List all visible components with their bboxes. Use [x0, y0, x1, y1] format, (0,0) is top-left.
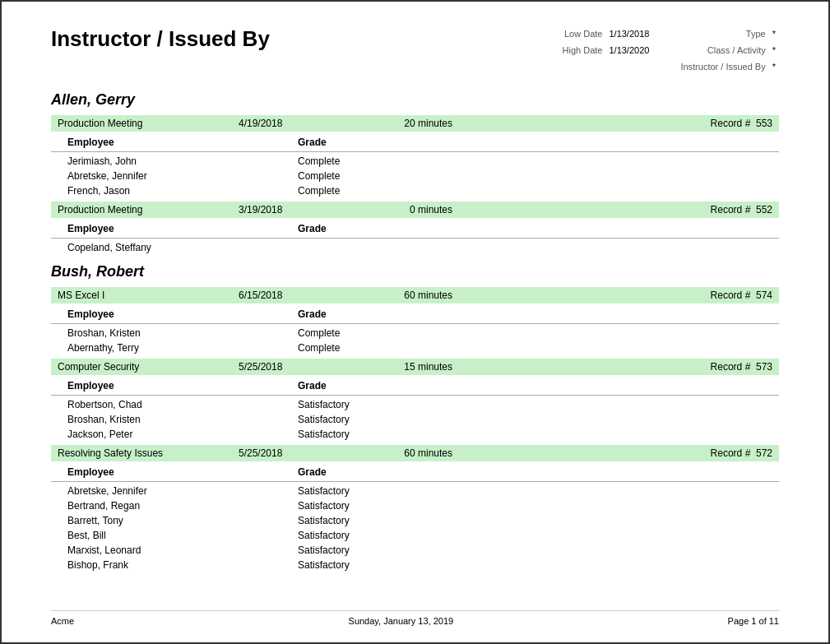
session-record: Record # 552	[711, 204, 772, 215]
instructor-name-0: Allen, Gerry	[51, 91, 779, 109]
employee-name: Abernathy, Terry	[67, 342, 298, 354]
report-footer: Acme Sunday, January 13, 2019 Page 1 of …	[51, 610, 779, 626]
employee-row-0-1-0: Copeland, Steffany	[51, 240, 779, 255]
report-page: Instructor / Issued By Low Date 1/13/201…	[0, 0, 830, 644]
session-row-1-0: MS Excel I 6/15/2018 60 minutes Record #…	[51, 287, 779, 303]
instructor-name-1: Bush, Robert	[51, 263, 779, 280]
employee-name: Jerimiash, John	[67, 155, 298, 167]
employee-name: Bertrand, Regan	[67, 500, 298, 512]
employee-row-1-2-0: Abretske, Jennifer Satisfactory	[51, 484, 779, 498]
employee-grade: Satisfactory	[298, 515, 462, 526]
footer-page: Page 1 of 11	[728, 616, 779, 626]
employee-row-1-2-5: Bishop, Frank Satisfactory	[51, 558, 779, 572]
employee-name: Copeland, Steffany	[67, 242, 298, 253]
employee-row-1-2-4: Marxist, Leonard Satisfactory	[51, 543, 779, 558]
session-date: 5/25/2018	[239, 447, 304, 459]
high-date-value: 1/13/2020	[605, 43, 652, 59]
employee-grade: Satisfactory	[298, 500, 462, 512]
employee-grade: Satisfactory	[298, 485, 462, 497]
employee-row-1-2-1: Bertrand, Regan Satisfactory	[51, 498, 779, 513]
footer-company: Acme	[51, 616, 74, 626]
session-date: 3/19/2018	[239, 204, 304, 215]
employee-grade: Satisfactory	[298, 544, 462, 556]
employee-grade: Complete	[298, 155, 462, 167]
session-duration: 60 minutes	[304, 290, 452, 301]
session-duration: 0 minutes	[304, 204, 452, 215]
high-date-label: High Date	[559, 43, 606, 59]
low-date-label: Low Date	[559, 26, 606, 43]
session-row-1-2: Resolving Safety Issues 5/25/2018 60 min…	[51, 445, 779, 461]
report-title: Instructor / Issued By	[51, 26, 270, 52]
employee-name: Bishop, Frank	[67, 559, 298, 571]
employee-name: Robertson, Chad	[67, 399, 298, 410]
employee-col-header: Employee	[67, 308, 298, 320]
instructor-value: *	[769, 59, 779, 76]
employee-row-0-0-1: Abretske, Jennifer Complete	[51, 169, 779, 183]
session-record: Record # 553	[711, 118, 772, 129]
employee-name: French, Jason	[67, 185, 298, 197]
session-block-1-2: Resolving Safety Issues 5/25/2018 60 min…	[51, 445, 779, 572]
grade-col-header: Grade	[298, 308, 462, 320]
session-date: 5/25/2018	[239, 361, 304, 373]
employee-name: Abretske, Jennifer	[67, 170, 298, 182]
class-label: Class / Activity	[677, 43, 768, 59]
employee-name: Best, Bill	[67, 530, 298, 541]
employee-row-0-0-2: French, Jason Complete	[51, 183, 779, 198]
session-row-0-1: Production Meeting 3/19/2018 0 minutes R…	[51, 202, 779, 218]
session-duration: 60 minutes	[304, 447, 452, 459]
employee-row-1-1-1: Broshan, Kristen Satisfactory	[51, 412, 779, 427]
session-row-0-0: Production Meeting 4/19/2018 20 minutes …	[51, 115, 779, 132]
employee-row-1-1-2: Jackson, Peter Satisfactory	[51, 427, 779, 442]
class-value: *	[769, 43, 779, 59]
employee-header-0-0: Employee Grade	[51, 133, 779, 152]
employee-grade: Satisfactory	[298, 399, 462, 410]
session-name: MS Excel I	[58, 290, 239, 301]
session-block-1-0: MS Excel I 6/15/2018 60 minutes Record #…	[51, 287, 779, 355]
session-duration: 15 minutes	[304, 361, 452, 373]
employee-row-1-2-2: Barrett, Tony Satisfactory	[51, 513, 779, 528]
instructor-label: Instructor / Issued By	[677, 59, 768, 76]
employee-row-1-0-1: Abernathy, Terry Complete	[51, 341, 779, 355]
employee-name: Barrett, Tony	[67, 515, 298, 526]
employee-header-0-1: Employee Grade	[51, 220, 779, 239]
session-record: Record # 574	[711, 290, 772, 301]
employee-grade: Complete	[298, 185, 462, 197]
employee-row-1-0-0: Broshan, Kristen Complete	[51, 326, 779, 341]
session-block-0-0: Production Meeting 4/19/2018 20 minutes …	[51, 115, 779, 198]
employee-row-1-2-3: Best, Bill Satisfactory	[51, 528, 779, 543]
employee-name: Broshan, Kristen	[67, 414, 298, 425]
grade-col-header: Grade	[298, 223, 462, 234]
employee-col-header: Employee	[67, 223, 298, 234]
type-label: Type	[677, 26, 768, 43]
employee-grade	[298, 242, 462, 253]
session-row-1-1: Computer Security 5/25/2018 15 minutes R…	[51, 359, 779, 375]
employee-header-1-1: Employee Grade	[51, 377, 779, 396]
employee-name: Broshan, Kristen	[67, 327, 298, 339]
grade-col-header: Grade	[298, 137, 462, 148]
employee-grade: Complete	[298, 342, 462, 354]
employee-grade: Satisfactory	[298, 429, 462, 440]
session-block-0-1: Production Meeting 3/19/2018 0 minutes R…	[51, 202, 779, 255]
employee-grade: Satisfactory	[298, 414, 462, 425]
session-date: 4/19/2018	[239, 118, 304, 129]
employee-col-header: Employee	[67, 380, 298, 391]
employee-grade: Complete	[298, 170, 462, 182]
low-date-value: 1/13/2018	[605, 26, 652, 43]
session-name: Production Meeting	[58, 204, 239, 215]
report-filters: Low Date 1/13/2018 Type * High Date 1/13…	[559, 26, 779, 75]
session-date: 6/15/2018	[239, 290, 304, 301]
grade-col-header: Grade	[298, 380, 462, 391]
employee-grade: Satisfactory	[298, 530, 462, 541]
report-header: Instructor / Issued By Low Date 1/13/201…	[51, 26, 779, 75]
session-block-1-1: Computer Security 5/25/2018 15 minutes R…	[51, 359, 779, 442]
grade-col-header: Grade	[298, 466, 462, 478]
employee-grade: Complete	[298, 327, 462, 339]
session-name: Resolving Safety Issues	[58, 447, 239, 459]
employee-col-header: Employee	[67, 137, 298, 148]
employee-row-0-0-0: Jerimiash, John Complete	[51, 154, 779, 169]
session-duration: 20 minutes	[304, 118, 452, 129]
instructors-container: Allen, Gerry Production Meeting 4/19/201…	[51, 91, 779, 572]
session-name: Computer Security	[58, 361, 239, 373]
employee-header-1-0: Employee Grade	[51, 305, 779, 324]
session-record: Record # 572	[711, 447, 772, 459]
